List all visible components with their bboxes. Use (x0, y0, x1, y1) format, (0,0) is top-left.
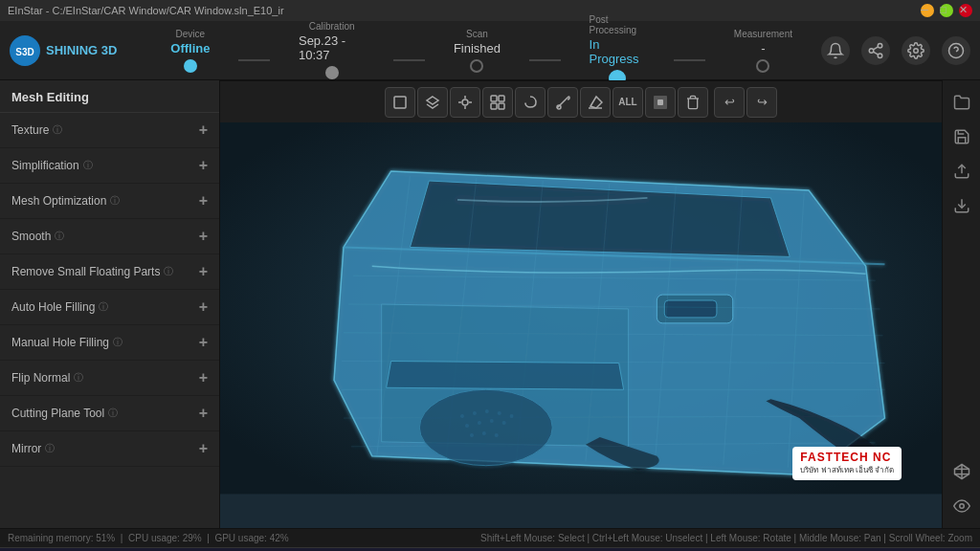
brand-watermark: FASTTECH NC บริษัท ฟาสท์เทค เอ็นซี จำกัด (792, 447, 902, 480)
transform-btn[interactable] (450, 87, 480, 118)
mesh-optimization-plus-icon[interactable]: + (199, 192, 208, 209)
panel-item-texture[interactable]: Texture ⓘ + (0, 113, 219, 148)
brand-name: FASTTECH NC (800, 451, 894, 464)
svg-point-39 (495, 433, 499, 437)
svg-rect-51 (499, 103, 504, 109)
settings-icon-btn[interactable] (902, 36, 930, 65)
title-bar: EInStar - C:/EInStar/CAR Window/CAR Wind… (0, 0, 980, 21)
svg-point-3 (869, 48, 874, 53)
step-connector-1 (238, 59, 270, 61)
flip-normal-plus-icon[interactable]: + (199, 369, 208, 386)
nav-step-post-processing[interactable]: Post Processing In Progress (561, 14, 675, 87)
invert-btn[interactable] (645, 87, 676, 118)
smooth-label: Smooth (11, 230, 51, 243)
svg-marker-42 (427, 97, 438, 104)
save-btn[interactable] (947, 122, 976, 151)
step-scan-dot (470, 59, 483, 73)
panel-item-cutting-plane-tool[interactable]: Cutting Plane Tool ⓘ + (0, 396, 219, 431)
minimize-btn[interactable]: ─ (921, 4, 934, 17)
logo-text: SHINING 3D (46, 43, 117, 57)
undo-btn[interactable]: ↩ (714, 87, 745, 118)
erase-btn[interactable] (580, 87, 611, 118)
nav-step-calibration[interactable]: Calibration Sep.23 - 10:37 (270, 21, 393, 79)
svg-point-27 (419, 389, 552, 465)
redo-btn[interactable]: ↪ (746, 87, 777, 118)
remove-small-floating-label: Remove Small Floating Parts (11, 265, 160, 278)
panel-item-smooth[interactable]: Smooth ⓘ + (0, 219, 219, 254)
manual-hole-filling-plus-icon[interactable]: + (199, 334, 208, 351)
svg-point-4 (878, 54, 882, 58)
simplification-info-icon: ⓘ (83, 159, 93, 172)
eye-btn[interactable] (947, 492, 976, 520)
simplification-plus-icon[interactable]: + (199, 157, 208, 174)
import-btn[interactable] (947, 191, 976, 220)
svg-point-2 (878, 43, 882, 48)
panel-item-mirror[interactable]: Mirror ⓘ + (0, 431, 219, 467)
svg-point-37 (470, 433, 474, 437)
maximize-btn[interactable]: □ (940, 4, 953, 17)
panel-item-mesh-optimization[interactable]: Mesh Optimization ⓘ + (0, 184, 219, 219)
nav-icons-right (821, 36, 970, 65)
close-btn[interactable]: ✕ (959, 4, 972, 17)
step-connector-3 (529, 59, 561, 61)
lasso-btn[interactable] (515, 87, 546, 118)
svg-line-5 (873, 52, 878, 55)
svg-point-31 (498, 411, 501, 415)
step-calibration-label: Calibration (309, 21, 355, 32)
nav-step-device[interactable]: Device Offline (142, 29, 238, 73)
auto-hole-filling-plus-icon[interactable]: + (199, 298, 208, 316)
cutting-plane-tool-plus-icon[interactable]: + (199, 405, 208, 422)
open-folder-btn[interactable] (947, 88, 976, 117)
select-rect-btn[interactable] (385, 87, 415, 118)
mirror-plus-icon[interactable]: + (199, 440, 208, 457)
brand-tagline: บริษัท ฟาสท์เทค เอ็นซี จำกัด (800, 464, 894, 476)
flip-normal-label: Flip Normal (11, 371, 70, 385)
remove-small-floating-plus-icon[interactable]: + (199, 263, 208, 280)
nav-step-measurement[interactable]: Measurement - (705, 29, 821, 73)
panel-item-simplification[interactable]: Simplification ⓘ + (0, 148, 219, 184)
nav-step-scan[interactable]: Scan Finished (425, 29, 529, 73)
delete-btn[interactable] (678, 87, 708, 118)
mirror-info-icon: ⓘ (45, 442, 55, 455)
step-measurement-dot (756, 59, 769, 73)
status-bar: Remaining memory: 51% | CPU usage: 29% |… (0, 528, 980, 547)
export-btn[interactable] (947, 157, 976, 186)
brush-btn[interactable] (547, 87, 578, 118)
svg-point-34 (478, 421, 481, 425)
help-icon-btn[interactable] (942, 36, 970, 65)
svg-rect-41 (394, 97, 406, 108)
texture-plus-icon[interactable]: + (199, 121, 208, 139)
logo-icon: S3D (10, 35, 40, 66)
step-device-value: Offline (170, 41, 210, 55)
window-controls[interactable]: ─ □ ✕ (921, 4, 972, 17)
left-panel: Mesh Editing Texture ⓘ + Simplification … (0, 80, 220, 528)
step-measurement-value: - (761, 41, 765, 55)
auto-hole-filling-label: Auto Hole Filling (11, 300, 95, 314)
layers-btn[interactable] (417, 87, 448, 118)
flip-normal-info-icon: ⓘ (74, 371, 83, 385)
panel-item-remove-small-floating[interactable]: Remove Small Floating Parts ⓘ + (0, 254, 219, 290)
svg-point-35 (490, 419, 494, 423)
auto-hole-filling-info-icon: ⓘ (99, 300, 108, 314)
smooth-plus-icon[interactable]: + (199, 228, 208, 245)
bottom-toolbar: ALL ↩ ↪ (220, 80, 942, 122)
panel-item-flip-normal[interactable]: Flip Normal ⓘ + (0, 361, 219, 396)
mirror-label: Mirror (11, 442, 41, 455)
select-points-btn[interactable] (482, 87, 513, 118)
panel-item-manual-hole-filling[interactable]: Manual Hole Filling ⓘ + (0, 325, 219, 361)
notification-icon-btn[interactable] (821, 36, 850, 65)
share-icon-btn[interactable] (861, 36, 890, 65)
svg-text:S3D: S3D (15, 47, 33, 57)
step-calibration-value: Sep.23 - 10:37 (299, 33, 365, 62)
select-all-btn[interactable]: ALL (612, 87, 643, 118)
viewport[interactable]: FASTTECH NC บริษัท ฟาสท์เทค เอ็นซี จำกัด (220, 80, 942, 528)
step-scan-label: Scan (466, 29, 488, 39)
svg-point-32 (510, 414, 514, 418)
svg-point-43 (462, 99, 468, 105)
panel-item-auto-hole-filling[interactable]: Auto Hole Filling ⓘ + (0, 290, 219, 325)
mesh-view-btn[interactable] (947, 457, 976, 486)
remove-small-floating-info-icon: ⓘ (164, 265, 173, 278)
svg-point-33 (465, 424, 469, 428)
simplification-label: Simplification (11, 159, 79, 172)
mouse-hints: Shift+Left Mouse: Select | Ctrl+Left Mou… (480, 533, 972, 543)
